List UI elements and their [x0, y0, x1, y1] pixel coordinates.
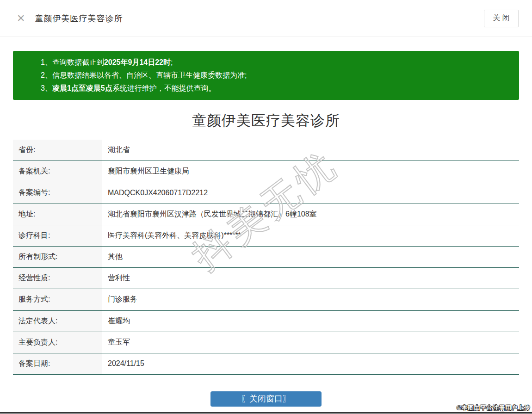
row-label: 经营性质:	[13, 268, 102, 289]
table-row-filing-date: 备案日期: 2024/11/15	[13, 353, 519, 375]
row-value: 湖北省	[102, 145, 519, 155]
table-row-filing-number: 备案编号: MADQCK0JX42060717D2212	[13, 182, 519, 204]
close-x-icon[interactable]: ✕	[17, 13, 25, 24]
modal-header: ✕ 童颜伊美医疗美容诊所 关 闭	[0, 0, 532, 37]
notice-bold-text: 2025年9月14日22时	[104, 58, 171, 66]
notice-num: 2、	[41, 71, 52, 79]
notice-box: 1、查询数据截止到2025年9月14日22时; 2、信息数据结果以各省、自治区、…	[13, 51, 519, 100]
row-label: 省份:	[13, 140, 102, 161]
notice-num: 1、	[41, 58, 52, 66]
row-value: 门诊服务	[102, 295, 519, 304]
notice-text: 系统进行维护，不能提供查询。	[112, 84, 216, 92]
row-label: 法定代表人:	[13, 311, 102, 332]
close-button[interactable]: 关 闭	[484, 10, 519, 27]
header-title: 童颜伊美医疗美容诊所	[35, 13, 123, 24]
notice-line-2: 2、信息数据结果以各省、自治区、直辖市卫生健康委数据为准;	[41, 69, 510, 82]
table-row-ownership: 所有制形式: 其他	[13, 247, 519, 268]
row-label: 主要负责人:	[13, 332, 102, 353]
row-value: MADQCK0JX42060717D2212	[102, 189, 519, 197]
row-value: 2024/11/15	[102, 359, 519, 368]
table-row-filing-authority: 备案机关: 襄阳市襄州区卫生健康局	[13, 161, 519, 182]
table-row-legal-representative: 法定代表人: 崔耀均	[13, 311, 519, 332]
row-value: 崔耀均	[102, 316, 519, 326]
info-table: 省份: 湖北省 备案机关: 襄阳市襄州区卫生健康局 备案编号: MADQCK0J…	[13, 140, 519, 375]
table-row-service-mode: 服务方式: 门诊服务	[13, 289, 519, 310]
row-value: 其他	[102, 252, 519, 262]
image-credit: ©本图由平台注册用户上传	[457, 404, 530, 412]
notice-text: ;	[171, 58, 173, 66]
table-row-address: 地址: 湖北省襄阳市襄州区汉津路（民发世界城二期锦都汇）6幢108室	[13, 204, 519, 225]
row-label: 备案机关:	[13, 161, 102, 182]
row-value: 湖北省襄阳市襄州区汉津路（民发世界城二期锦都汇）6幢108室	[102, 210, 519, 219]
row-label: 所有制形式:	[13, 247, 102, 267]
bottom-divider	[0, 412, 532, 414]
row-label: 服务方式:	[13, 289, 102, 310]
row-value: 医疗美容科(美容外科、美容皮肤科)******	[102, 231, 519, 241]
notice-text: 信息数据结果以各省、自治区、直辖市卫生健康委数据为准;	[52, 71, 247, 79]
notice-bold-text: 凌晨1点至凌晨5点	[52, 84, 112, 92]
button-row: 〖关闭窗口〗	[0, 391, 532, 407]
row-label: 备案编号:	[13, 182, 102, 203]
table-row-departments: 诊疗科目: 医疗美容科(美容外科、美容皮肤科)******	[13, 225, 519, 247]
notice-line-1: 1、查询数据截止到2025年9月14日22时;	[41, 56, 510, 69]
notice-line-3: 3、凌晨1点至凌晨5点系统进行维护，不能提供查询。	[41, 82, 510, 95]
row-label: 备案日期:	[13, 353, 102, 374]
notice-num: 3、	[41, 84, 52, 92]
row-label: 诊疗科目:	[13, 225, 102, 246]
table-row-main-person-in-charge: 主要负责人: 童玉军	[13, 332, 519, 353]
table-row-business-nature: 经营性质: 营利性	[13, 268, 519, 289]
clinic-title: 童颜伊美医疗美容诊所	[0, 112, 532, 130]
row-value: 童玉军	[102, 338, 519, 347]
close-window-button[interactable]: 〖关闭窗口〗	[210, 391, 322, 407]
row-value: 营利性	[102, 273, 519, 283]
row-value: 襄阳市襄州区卫生健康局	[102, 167, 519, 176]
notice-text: 查询数据截止到	[52, 58, 104, 66]
table-row-province: 省份: 湖北省	[13, 140, 519, 161]
row-label: 地址:	[13, 204, 102, 225]
